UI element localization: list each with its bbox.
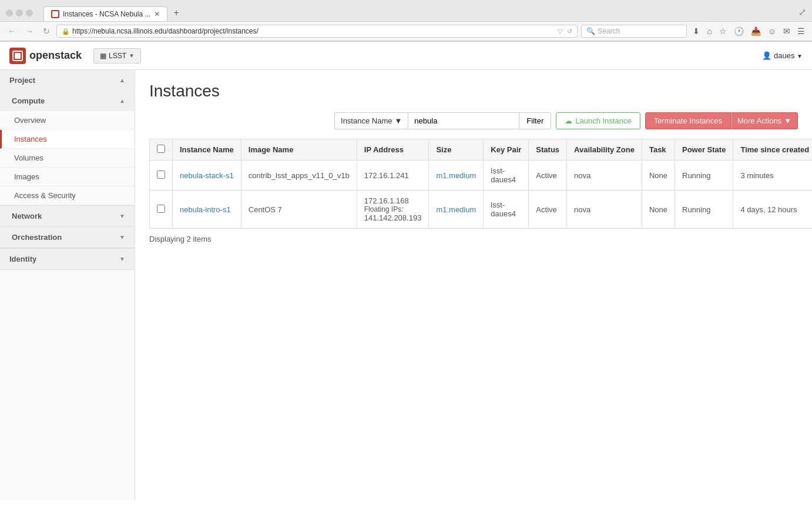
filter-button[interactable]: Filter — [519, 112, 551, 129]
download-icon[interactable]: ⬇ — [690, 25, 702, 37]
sidebar-subsection-orchestration: Orchestration ▼ — [0, 227, 135, 248]
browser-search-bar[interactable]: 🔍 Search — [581, 25, 687, 38]
table-header: Instance Name Image Name IP Address Size… — [150, 139, 813, 161]
row1-size: m1.medium — [429, 161, 484, 190]
browser-dot-close[interactable] — [6, 9, 13, 16]
sidebar-header-identity[interactable]: Identity ▼ — [0, 249, 135, 269]
terminate-instances-button[interactable]: Terminate Instances — [645, 112, 731, 129]
row2-checkbox-cell — [150, 190, 173, 229]
th-key-pair: Key Pair — [484, 139, 529, 161]
table-row: nebula-intro-s1 CentOS 7 172.16.1.168 Fl… — [150, 190, 813, 229]
home-icon[interactable]: ⌂ — [704, 25, 714, 37]
browser-dot-maximize[interactable] — [26, 9, 33, 16]
row2-time-since: 4 days, 12 hours — [733, 190, 812, 229]
main-layout: Project ▲ Compute ▲ Overview Instances — [0, 70, 812, 500]
svg-rect-0 — [52, 11, 58, 17]
sidebar-header-network[interactable]: Network ▼ — [0, 206, 135, 226]
filter-select-arrow: ▼ — [394, 116, 402, 125]
table-footer: Displaying 2 items — [149, 229, 798, 249]
row2-key-pair: lsst-daues4 — [484, 190, 529, 229]
th-size: Size — [429, 139, 484, 161]
row2-size: m1.medium — [429, 190, 484, 229]
url-dropdown-icon[interactable]: ▽ — [558, 28, 562, 35]
browser-tab-title: Instances - NCSA Nebula ... — [63, 10, 150, 18]
tab-favicon — [51, 10, 59, 18]
user-menu[interactable]: 👤 daues ▼ — [762, 51, 803, 60]
th-time-since: Time since created — [733, 139, 812, 161]
project-nav-item[interactable]: ▦ LSST ▼ — [93, 48, 141, 63]
pocket-icon[interactable]: 📥 — [749, 25, 763, 37]
filter-select-group: Instance Name ▼ Filter — [334, 112, 551, 129]
sidebar-item-images[interactable]: Images — [0, 168, 135, 186]
tab-close-icon[interactable]: ✕ — [154, 10, 160, 18]
sidebar-item-volumes[interactable]: Volumes — [0, 149, 135, 168]
sidebar-orchestration-label: Orchestration — [12, 233, 62, 242]
row2-task: None — [642, 190, 675, 229]
username-label: daues — [774, 51, 794, 60]
row1-ip-address: 172.16.1.241 — [357, 161, 429, 190]
sidebar-network-label: Network — [12, 212, 42, 220]
window-controls[interactable]: ⤢ — [798, 6, 806, 20]
browser-tabs: Instances - NCSA Nebula ... ✕ + — [43, 5, 185, 21]
row1-checkbox[interactable] — [157, 171, 165, 179]
th-status: Status — [529, 139, 567, 161]
launch-cloud-icon: ☁ — [565, 116, 572, 125]
back-button[interactable]: ← — [5, 25, 19, 38]
th-power-state: Power State — [675, 139, 733, 161]
sidebar-item-access-security[interactable]: Access & Security — [0, 186, 135, 205]
th-image-name: Image Name — [241, 139, 357, 161]
new-tab-button[interactable]: + — [167, 5, 184, 21]
nav-grid-icon: ▦ — [100, 52, 106, 60]
browser-chrome: Instances - NCSA Nebula ... ✕ + ⤢ ← → ↻ … — [0, 0, 812, 42]
filter-select[interactable]: Instance Name ▼ — [334, 112, 408, 129]
user-dropdown-icon: ▼ — [797, 53, 803, 59]
browser-toolbar: ← → ↻ 🔒 https://nebula.ncsa.illinois.edu… — [0, 21, 812, 41]
sidebar-compute-label: Compute — [12, 96, 45, 105]
row1-power-state: Running — [675, 161, 733, 190]
sidebar-item-instances[interactable]: Instances — [0, 130, 135, 149]
filter-input[interactable] — [408, 112, 519, 129]
reload-url-icon[interactable]: ↺ — [567, 28, 572, 35]
sidebar-item-overview[interactable]: Overview — [0, 111, 135, 130]
row1-instance-link[interactable]: nebula-stack-s1 — [180, 171, 234, 180]
openstack-logo-icon — [9, 48, 26, 64]
more-actions-button[interactable]: More Actions ▼ — [731, 112, 798, 129]
row1-key-pair: lsst-daues4 — [484, 161, 529, 190]
row1-task: None — [642, 161, 675, 190]
row2-instance-link[interactable]: nebula-intro-s1 — [180, 205, 231, 214]
sidebar-subsection-compute: Compute ▲ Overview Instances Volumes Ima… — [0, 91, 135, 206]
browser-dots — [6, 9, 33, 16]
app-nav: ▦ LSST ▼ — [93, 48, 141, 63]
reload-button[interactable]: ↻ — [40, 25, 53, 38]
history-icon[interactable]: 🕐 — [732, 25, 746, 37]
forward-button[interactable]: → — [22, 25, 36, 38]
sidebar-compute-arrow: ▲ — [119, 98, 125, 104]
select-all-checkbox[interactable] — [157, 145, 165, 153]
share-icon[interactable]: ✉ — [781, 25, 793, 37]
bookmark-icon[interactable]: ☆ — [717, 25, 729, 37]
app-header: openstack ▦ LSST ▼ 👤 daues ▼ — [0, 42, 812, 70]
app-container: openstack ▦ LSST ▼ 👤 daues ▼ Project ▲ — [0, 42, 812, 500]
menu-icon[interactable]: ☰ — [795, 25, 807, 37]
sidebar-header-compute[interactable]: Compute ▲ — [0, 91, 135, 111]
user-icon: 👤 — [762, 51, 771, 60]
sidebar-header-orchestration[interactable]: Orchestration ▼ — [0, 227, 135, 248]
row2-checkbox[interactable] — [157, 205, 165, 213]
row2-power-state: Running — [675, 190, 733, 229]
browser-dot-minimize[interactable] — [16, 9, 23, 16]
sidebar-subsection-network: Network ▼ — [0, 206, 135, 227]
th-task: Task — [642, 139, 675, 161]
sidebar-project-arrow: ▲ — [119, 77, 125, 83]
sidebar-header-project[interactable]: Project ▲ — [0, 70, 135, 91]
emoji-icon[interactable]: ☺ — [766, 25, 779, 37]
url-bar[interactable]: 🔒 https://nebula.ncsa.illinois.edu/dashb… — [56, 25, 578, 38]
more-actions-arrow: ▼ — [784, 116, 791, 125]
row2-size-link[interactable]: m1.medium — [436, 205, 476, 214]
row1-availability-zone: nova — [567, 161, 642, 190]
row1-size-link[interactable]: m1.medium — [436, 171, 476, 180]
browser-tab-active[interactable]: Instances - NCSA Nebula ... ✕ — [43, 6, 167, 21]
launch-instance-button[interactable]: ☁ Launch Instance — [556, 112, 640, 129]
openstack-logo: openstack — [9, 48, 82, 64]
instances-table: Instance Name Image Name IP Address Size… — [149, 139, 812, 229]
page-title: Instances — [149, 82, 798, 101]
